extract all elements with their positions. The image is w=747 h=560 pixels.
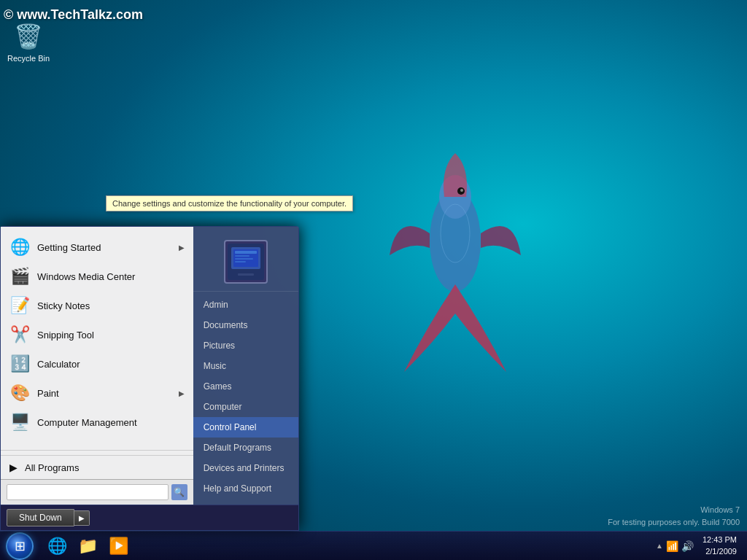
right-menu-item-default-programs[interactable]: Default Programs (193, 438, 298, 458)
fish-decoration (382, 124, 528, 379)
system-tray: ▲ 📶 🔊 12:43 PM 2/1/2009 (650, 532, 747, 560)
menu-item-label-getting-started: Getting Started (37, 242, 171, 253)
menu-item-label-calculator: Calculator (37, 359, 185, 370)
taskbar-pinned-icons: 🌐📁▶️ (39, 532, 136, 560)
menu-item-paint[interactable]: 🎨 Paint ▶ (1, 378, 193, 408)
right-menu-item-control-panel[interactable]: Control Panel (193, 417, 298, 438)
start-orb[interactable] (6, 532, 34, 560)
search-button[interactable]: 🔍 (171, 484, 187, 500)
all-programs-arrow: ▶ (9, 462, 18, 473)
control-panel-tooltip: Change settings and customize the functi… (106, 195, 353, 211)
svg-rect-9 (235, 255, 249, 257)
menu-item-computer-management[interactable]: 🖥️ Computer Management (1, 408, 193, 437)
submenu-arrow-getting-started: ▶ (179, 244, 185, 252)
svg-point-1 (439, 175, 471, 219)
start-menu-right-panel: AdminDocumentsPicturesMusicGamesComputer… (193, 227, 298, 505)
menu-item-label-snipping-tool: Snipping Tool (37, 330, 185, 341)
all-programs-label: All Programs (25, 462, 79, 473)
svg-point-2 (457, 187, 465, 195)
taskbar-icon-ie[interactable]: 🌐 (42, 532, 71, 560)
menu-item-icon-snipping-tool: ✂️ (9, 324, 30, 345)
svg-point-0 (430, 190, 481, 292)
svg-rect-11 (235, 261, 246, 262)
menu-item-calculator[interactable]: 🔢 Calculator (1, 349, 193, 378)
tray-up-arrow[interactable]: ▲ (656, 542, 663, 550)
taskbar-icon-explorer[interactable]: 📁 (73, 532, 102, 560)
search-box: 🔍 (1, 479, 193, 505)
svg-rect-13 (238, 273, 254, 276)
recycle-bin-graphic: 🗑️ (14, 22, 43, 51)
search-input[interactable] (7, 484, 169, 500)
menu-item-icon-getting-started: 🌐 (9, 237, 30, 257)
menu-item-icon-sticky-notes: 📝 (9, 295, 30, 316)
recycle-bin-label: Recycle Bin (7, 54, 50, 63)
tray-icons: ▲ 📶 🔊 (656, 540, 694, 552)
svg-rect-12 (242, 269, 249, 273)
user-avatar-area (193, 233, 298, 292)
menu-item-icon-calculator: 🔢 (9, 354, 30, 374)
menu-item-label-sticky-notes: Sticky Notes (37, 300, 185, 311)
tray-network-icon[interactable]: 📶 (666, 540, 678, 552)
system-clock[interactable]: 12:43 PM 2/1/2009 (698, 534, 741, 557)
menu-item-icon-windows-media-center: 🎬 (9, 266, 30, 287)
start-button[interactable] (0, 532, 39, 561)
shutdown-button[interactable]: Shut Down (7, 509, 74, 526)
watermark-text: © www.TechTalkz.com (4, 7, 143, 23)
right-menu-items: AdminDocumentsPicturesMusicGamesComputer… (193, 295, 298, 499)
svg-rect-8 (235, 251, 257, 254)
svg-point-3 (460, 189, 463, 192)
shutdown-bar: Shut Down ▶ (1, 505, 298, 530)
clock-date: 2/1/2009 (703, 546, 737, 557)
menu-item-getting-started[interactable]: 🌐 Getting Started ▶ (1, 233, 193, 262)
svg-point-4 (441, 204, 470, 262)
menu-item-label-windows-media-center: Windows Media Center (37, 271, 185, 282)
clock-time: 12:43 PM (703, 534, 737, 545)
menu-separator (1, 450, 193, 451)
right-menu-item-computer[interactable]: Computer (193, 397, 298, 417)
win7-line2: For testing purposes only. Build 7000 (608, 516, 740, 529)
taskbar: 🌐📁▶️ ▲ 📶 🔊 12:43 PM 2/1/2009 (0, 531, 747, 560)
right-menu-item-games[interactable]: Games (193, 376, 298, 397)
right-menu-item-music[interactable]: Music (193, 356, 298, 376)
right-menu-item-admin[interactable]: Admin (193, 295, 298, 315)
start-menu-left-panel: 🌐 Getting Started ▶ 🎬 Windows Media Cent… (1, 227, 193, 505)
menu-item-label-paint: Paint (37, 388, 171, 399)
right-menu-item-help-and-support[interactable]: Help and Support (193, 478, 298, 499)
win7-info: Windows 7 For testing purposes only. Bui… (608, 504, 740, 528)
menu-item-icon-paint: 🎨 (9, 383, 30, 403)
menu-item-sticky-notes[interactable]: 📝 Sticky Notes (1, 291, 193, 320)
menu-item-windows-media-center[interactable]: 🎬 Windows Media Center (1, 262, 193, 291)
start-menu: 🌐 Getting Started ▶ 🎬 Windows Media Cent… (0, 226, 299, 531)
tray-volume-icon[interactable]: 🔊 (681, 540, 694, 552)
shutdown-options-button[interactable]: ▶ (74, 510, 90, 526)
desktop: © www.TechTalkz.com 🗑️ Recycle Bin Win (0, 0, 747, 560)
win7-line1: Windows 7 (608, 504, 740, 516)
menu-item-label-computer-management: Computer Management (37, 417, 185, 428)
all-programs-item[interactable]: ▶ All Programs (1, 455, 193, 479)
taskbar-icon-media-player[interactable]: ▶️ (104, 532, 133, 560)
right-menu-item-documents[interactable]: Documents (193, 315, 298, 335)
start-menu-items-list: 🌐 Getting Started ▶ 🎬 Windows Media Cent… (1, 227, 193, 446)
user-avatar (224, 240, 268, 284)
svg-rect-10 (235, 258, 253, 260)
menu-item-icon-computer-management: 🖥️ (9, 412, 30, 432)
right-menu-item-devices-and-printers[interactable]: Devices and Printers (193, 458, 298, 478)
submenu-arrow-paint: ▶ (179, 389, 185, 397)
menu-item-snipping-tool[interactable]: ✂️ Snipping Tool (1, 320, 193, 349)
right-menu-item-pictures[interactable]: Pictures (193, 335, 298, 356)
recycle-bin-icon[interactable]: 🗑️ Recycle Bin (7, 22, 50, 63)
